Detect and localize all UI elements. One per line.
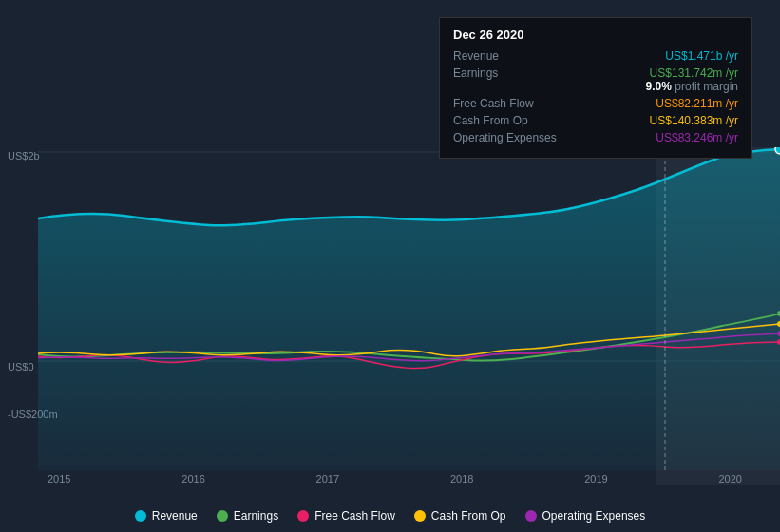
legend-label-cashop: Cash From Op — [431, 509, 506, 522]
tooltip-value-revenue: US$1.471b /yr — [665, 49, 738, 63]
legend-dot-cashop — [414, 510, 426, 522]
tooltip-label-earnings: Earnings — [453, 66, 577, 80]
legend-item-cashop[interactable]: Cash From Op — [414, 509, 506, 522]
tooltip-value-fcf: US$82.211m /yr — [656, 97, 738, 110]
legend-label-revenue: Revenue — [152, 509, 198, 522]
legend-label-opex: Operating Expenses — [542, 509, 646, 522]
legend-dot-opex — [525, 510, 537, 522]
tooltip-label-opex: Operating Expenses — [453, 131, 577, 144]
legend-label-earnings: Earnings — [234, 509, 278, 522]
x-label-2017: 2017 — [316, 473, 339, 484]
y-label-top: US$2b — [8, 150, 40, 162]
x-label-2018: 2018 — [450, 473, 473, 484]
tooltip-profit-margin: 9.0% profit margin — [646, 80, 738, 93]
y-label-mid: US$0 — [8, 361, 34, 372]
x-axis: 2015 2016 2017 2018 2019 2020 — [0, 473, 780, 484]
legend-label-fcf: Free Cash Flow — [314, 509, 395, 522]
legend-item-opex[interactable]: Operating Expenses — [525, 509, 646, 522]
legend-dot-revenue — [135, 510, 146, 522]
x-label-2019: 2019 — [584, 473, 607, 484]
legend-item-earnings[interactable]: Earnings — [217, 509, 278, 522]
tooltip-box: Dec 26 2020 Revenue US$1.471b /yr Earnin… — [439, 17, 752, 159]
tooltip-row-cashop: Cash From Op US$140.383m /yr — [453, 114, 738, 127]
tooltip-row-fcf: Free Cash Flow US$82.211m /yr — [453, 97, 738, 110]
tooltip-label-fcf: Free Cash Flow — [453, 97, 577, 110]
tooltip-value-earnings: US$131.742m /yr — [646, 66, 738, 80]
x-label-2016: 2016 — [181, 473, 204, 484]
chart-area: Dec 26 2020 Revenue US$1.471b /yr Earnin… — [0, 0, 780, 532]
x-label-2020: 2020 — [718, 473, 741, 484]
tooltip-row-opex: Operating Expenses US$83.246m /yr — [453, 131, 738, 144]
tooltip-row-revenue: Revenue US$1.471b /yr — [453, 49, 738, 63]
tooltip-value-cashop: US$140.383m /yr — [650, 114, 738, 127]
tooltip-label-cashop: Cash From Op — [453, 114, 577, 127]
x-label-2015: 2015 — [48, 473, 70, 484]
chart-svg — [38, 147, 780, 470]
legend-item-fcf[interactable]: Free Cash Flow — [297, 509, 395, 522]
tooltip-row-earnings: Earnings US$131.742m /yr 9.0% profit mar… — [453, 66, 738, 93]
legend-item-revenue[interactable]: Revenue — [135, 509, 198, 522]
chart-legend: Revenue Earnings Free Cash Flow Cash Fro… — [0, 509, 780, 522]
legend-dot-fcf — [297, 510, 309, 522]
tooltip-title: Dec 26 2020 — [453, 28, 738, 42]
tooltip-value-opex: US$83.246m /yr — [656, 131, 738, 144]
tooltip-label-revenue: Revenue — [453, 49, 577, 63]
legend-dot-earnings — [217, 510, 228, 522]
